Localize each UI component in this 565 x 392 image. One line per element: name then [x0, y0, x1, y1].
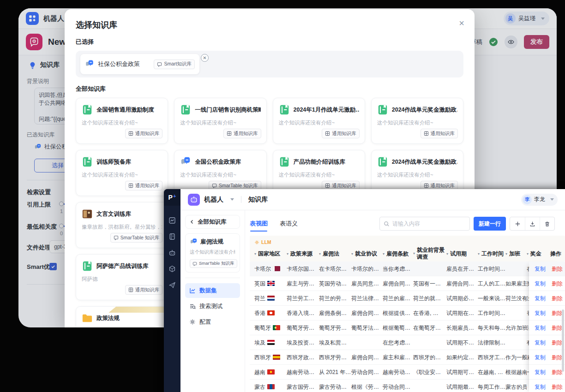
column-header[interactable]: ▾ 就业前背景调查 — [413, 247, 446, 261]
sort-caret-icon[interactable]: ▾ — [527, 252, 529, 256]
column-header[interactable]: ▾ 加班 — [505, 250, 527, 258]
app-name[interactable]: 机器人 — [204, 196, 223, 204]
badge-label: SmarTable 知识库 — [199, 261, 234, 267]
user-menu[interactable]: 李 李龙 — [521, 194, 558, 206]
copy-link[interactable]: 复制 — [535, 276, 546, 291]
column-header[interactable]: ▾ 试用期 — [446, 250, 478, 258]
add-column-button[interactable] — [510, 217, 525, 230]
column-header[interactable]: ▾ 雇佣法 — [319, 250, 351, 258]
table-row[interactable]: 蒙古 蒙古国劳…蒙古劳动…根据《劳…劳动合同…试用期最…每周工作…蒙古的员… — [250, 380, 565, 392]
delete-link[interactable]: 删除 — [552, 350, 563, 364]
kb-card-badge: 通用知识库 — [322, 129, 360, 138]
copy-link[interactable]: 复制 — [535, 365, 546, 379]
kb-card[interactable]: 政策法规 这是一个目录 — [76, 306, 168, 327]
table-row[interactable]: 西班牙 西班牙政…西班牙劳…雇佣合同…雇主和雇…西班牙的…如果约定…西班牙工…作… — [250, 350, 565, 365]
delete-link[interactable]: 删除 — [552, 291, 563, 305]
delete-link[interactable]: 删除 — [552, 365, 563, 379]
kb-card[interactable]: 训练师预备库 这个知识库还没有介绍~ 通用知识库 — [76, 150, 168, 196]
column-header[interactable]: ▾ 政策来源 — [287, 250, 319, 258]
column-label: 雇佣条款 — [386, 250, 409, 258]
country-cell: 埃及 — [254, 335, 287, 350]
table-cell: 试用期可… — [446, 365, 478, 380]
badge-label: 通用知识库 — [431, 131, 455, 137]
panel-menu-item[interactable]: 搜索测试 — [185, 299, 240, 314]
search-input-box[interactable] — [379, 217, 470, 231]
table-row[interactable]: 香港 香港入境…雇佣条例…雇佣合同…根据提供…在香港, …试用期在…工作时间…香… — [250, 306, 565, 321]
table-cell: 根据葡萄… — [383, 321, 413, 335]
kb-card[interactable]: 阿萨德产品线训练库 阿萨德 通用知识库 — [76, 254, 168, 300]
table-row[interactable]: 越南 越南劳动…从 2021 年…劳动合同…越南劳动…《职业安…试用期可…在越南… — [250, 365, 565, 380]
column-header[interactable]: ▾ 工作时间 — [478, 250, 505, 258]
panel-menu-item[interactable]: 配置 — [185, 315, 240, 329]
table-row[interactable]: 荷兰 荷兰劳工…荷兰的劳…荷兰法律…荷兰的雇…荷兰的就…试用期必…一般来说…荷兰… — [250, 291, 565, 306]
download-icon — [529, 221, 535, 227]
kb-card-desc: 这个知识库还没有介绍~ — [82, 172, 162, 178]
cube-icon[interactable] — [168, 265, 176, 273]
send-icon[interactable] — [168, 281, 176, 289]
sort-caret-icon[interactable]: ▾ — [319, 252, 321, 256]
kb-card[interactable]: 2024作战单元奖金激励政… 这个知识库还没有介绍~ 通用知识库 — [371, 98, 463, 144]
chat-square-icon — [157, 62, 162, 67]
kb-card[interactable]: 全国销售通用激励制度 这个知识库还没有介绍~ 通用知识库 — [76, 98, 168, 144]
column-header[interactable]: ▾ 雇佣条款 — [383, 250, 413, 258]
panel-menu-item[interactable]: 数据集 — [185, 283, 240, 298]
robot-icon[interactable] — [168, 249, 176, 256]
sort-caret-icon[interactable]: ▾ — [413, 251, 415, 256]
remove-selected-icon[interactable]: ✕ — [201, 54, 209, 62]
delete-link[interactable]: 删除 — [552, 380, 563, 392]
new-row-button[interactable]: 新建一行 — [474, 217, 506, 231]
kb-card[interactable]: 一线门店销售识别商机策略 这个知识库还没有介绍~ 通用知识库 — [174, 98, 266, 144]
delete-link[interactable]: 删除 — [552, 335, 563, 350]
table-row[interactable]: 卡塔尔 卡塔尔国…在卡塔尔…卡塔尔的…当你考虑…雇员在开…工作时间…在工作… — [250, 261, 565, 276]
kb-card-icon — [377, 104, 388, 115]
country-cell: 香港 — [254, 306, 287, 321]
copy-link[interactable]: 复制 — [535, 306, 546, 320]
table-tab[interactable]: 表语义 — [280, 220, 298, 228]
delete-link[interactable]: 删除 — [552, 276, 563, 291]
column-header[interactable]: ▾ 国家地区 — [254, 250, 287, 258]
chevron-down-icon[interactable] — [230, 198, 234, 201]
copy-link[interactable]: 复制 — [535, 380, 546, 392]
sort-caret-icon[interactable]: ▾ — [383, 252, 385, 256]
close-icon[interactable]: × — [459, 18, 464, 28]
sort-caret-icon[interactable]: ▾ — [351, 252, 353, 256]
table-cell: 试用期不… — [446, 335, 478, 350]
table-row[interactable]: 英国 雇主与劳…英国劳动…雇员同意…雇佣合同…英国有一…雇佣合同…工人的工…如果… — [250, 276, 565, 291]
copy-link[interactable]: 复制 — [535, 291, 546, 305]
table-cell: 香港入境… — [287, 306, 319, 321]
table-tab[interactable]: 表视图 — [250, 220, 268, 228]
notebook-icon[interactable] — [168, 233, 176, 240]
delete-button[interactable] — [540, 217, 554, 230]
badge-icon — [128, 131, 133, 136]
copy-link[interactable]: 复制 — [535, 321, 546, 335]
search-input[interactable] — [392, 220, 466, 227]
dashboard-icon[interactable] — [168, 217, 176, 224]
back-to-all-kb[interactable]: 全部知识库 — [185, 215, 240, 229]
vertical-scrollbar[interactable] — [562, 309, 564, 372]
column-header[interactable]: ▾ 就业协议 — [351, 250, 383, 258]
sort-caret-icon[interactable]: ▾ — [505, 252, 507, 256]
table-cell: 英国劳动… — [319, 276, 351, 291]
delete-link[interactable]: 删除 — [552, 261, 563, 276]
table-row[interactable]: 葡萄牙 葡萄牙劳…葡萄牙劳…葡萄牙法…根据葡萄…在葡萄牙…长期雇员…每天和每…允… — [250, 321, 565, 335]
kb-card-title: 2024年1月作战单元激励… — [294, 106, 359, 114]
table-cell: 西班牙工… — [478, 350, 505, 365]
table-row[interactable]: 埃及 埃及投资…埃及私营…在您考虑…试用期不…法律限制…有的雇… — [250, 335, 565, 350]
sort-caret-icon[interactable]: ▾ — [287, 252, 289, 256]
copy-link[interactable]: 复制 — [535, 335, 546, 350]
copy-link[interactable]: 复制 — [535, 261, 546, 276]
copy-link[interactable]: 复制 — [535, 350, 546, 364]
kb-card[interactable]: 2024年1月作战单元激励… 这个知识库还没有介绍~ 通用知识库 — [273, 98, 365, 144]
sort-caret-icon[interactable]: ▾ — [254, 252, 256, 256]
table-cell: 劳动合同… — [383, 380, 413, 392]
table-cell: 西班牙政… — [287, 350, 319, 365]
delete-link[interactable]: 删除 — [552, 321, 563, 335]
flag-icon — [267, 310, 275, 315]
export-button[interactable] — [525, 217, 540, 230]
sort-caret-icon[interactable]: ▾ — [446, 252, 448, 256]
delete-link[interactable]: 删除 — [552, 306, 563, 320]
kb-card[interactable]: 文言文训练库 豫章故郡，洪都新府。星分翼轸，地… SmarTable 知识库 — [76, 202, 168, 248]
kb-card-badge: 通用知识库 — [223, 129, 261, 138]
selected-kb-chip[interactable]: 社保公积金政策 Smart知识库 ✕ — [80, 54, 199, 74]
sort-caret-icon[interactable]: ▾ — [478, 252, 480, 256]
